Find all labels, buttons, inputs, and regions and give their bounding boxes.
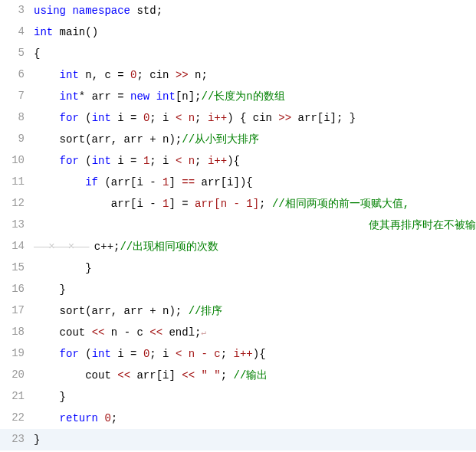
code-line: 17 sort(arr, arr + n); //排序 bbox=[0, 300, 476, 322]
token: //相同两项的前一项赋大值, bbox=[272, 198, 409, 210]
token bbox=[149, 90, 156, 103]
code-content: } bbox=[31, 279, 476, 296]
token: >> bbox=[278, 112, 291, 124]
code-content: ———×———×——— c++;//出现相同项的次数 bbox=[31, 236, 476, 254]
token: 使其再排序时在不被输出的区域 bbox=[34, 219, 476, 231]
token: i++ bbox=[208, 112, 227, 124]
token: < n bbox=[176, 155, 195, 167]
line-number: 6 bbox=[0, 64, 31, 80]
code-line: 22 return 0; bbox=[0, 408, 476, 429]
code-content: cout << n - c << endl;↵ bbox=[31, 322, 476, 339]
token: arr[i]){ bbox=[195, 176, 253, 188]
token: int bbox=[60, 90, 79, 103]
line-number: 22 bbox=[0, 408, 31, 424]
token: [n]; bbox=[176, 90, 202, 103]
token: ] bbox=[169, 176, 182, 188]
fold-marker-icon[interactable]: ———×———×——— bbox=[34, 241, 87, 253]
token: //输出 bbox=[234, 369, 268, 382]
token: >> bbox=[176, 69, 189, 81]
token: cout bbox=[60, 326, 92, 339]
token: //从小到大排序 bbox=[182, 133, 259, 146]
token: ; i bbox=[149, 348, 176, 360]
code-line: 4int main() bbox=[0, 21, 476, 43]
code-line: 7 int* arr = new int[n];//长度为n的数组 bbox=[0, 86, 476, 107]
token: i = bbox=[111, 348, 143, 360]
line-number: 4 bbox=[0, 21, 31, 38]
token: n, c = bbox=[79, 69, 130, 81]
token: { bbox=[34, 47, 40, 60]
token: << bbox=[92, 326, 105, 339]
token: int bbox=[60, 69, 79, 81]
token: c++; bbox=[94, 241, 120, 253]
token: ; bbox=[221, 348, 234, 360]
token: for bbox=[60, 112, 79, 124]
token: i++ bbox=[208, 155, 227, 167]
token: ){ bbox=[227, 155, 240, 167]
code-content: arr[i - 1] = arr[n - 1]; //相同两项的前一项赋大值, bbox=[31, 193, 476, 211]
token: 0 bbox=[104, 412, 110, 424]
token: ; bbox=[195, 155, 208, 167]
token: } bbox=[34, 434, 40, 446]
code-content: sort(arr, arr + n); //排序 bbox=[31, 300, 476, 318]
code-line: 3using namespace std; bbox=[0, 0, 476, 21]
code-content: using namespace std; bbox=[31, 0, 476, 18]
code-line: 10 for (int i = 1; i < n; i++){ bbox=[0, 150, 476, 172]
token: ){ bbox=[253, 348, 266, 360]
line-number: 10 bbox=[0, 150, 31, 166]
code-line: 11 if (arr[i - 1] == arr[i]){ bbox=[0, 172, 476, 193]
token: } bbox=[85, 262, 91, 274]
token: ; i bbox=[149, 155, 176, 167]
code-viewer: 3using namespace std;4int main()5{6 int … bbox=[0, 0, 476, 450]
token: int bbox=[34, 26, 53, 38]
token: cout bbox=[85, 369, 117, 382]
code-line: 20 cout << arr[i] << " "; //输出 bbox=[0, 365, 476, 386]
token: ; i bbox=[149, 112, 176, 124]
token: ; bbox=[259, 198, 272, 210]
token: for bbox=[60, 155, 79, 167]
token: if bbox=[85, 176, 98, 188]
code-line: 12 arr[i - 1] = arr[n - 1]; //相同两项的前一项赋大… bbox=[0, 193, 476, 215]
token: std; bbox=[130, 5, 162, 17]
token: endl; bbox=[162, 326, 201, 339]
token: arr[i]; } bbox=[291, 112, 356, 124]
token: ; bbox=[221, 369, 234, 382]
token: using namespace bbox=[34, 5, 130, 17]
token: n - c bbox=[104, 326, 149, 339]
line-number: 16 bbox=[0, 279, 31, 295]
line-number: 13 bbox=[0, 215, 31, 231]
code-line: 13 使其再排序时在不被输出的区域 bbox=[0, 215, 476, 236]
token: == bbox=[182, 176, 195, 188]
code-content: int main() bbox=[31, 21, 476, 39]
code-content: int n, c = 0; cin >> n; bbox=[31, 64, 476, 82]
line-number: 7 bbox=[0, 86, 31, 102]
token: ) { cin bbox=[227, 112, 278, 124]
line-number: 19 bbox=[0, 343, 31, 359]
token: i = bbox=[111, 155, 143, 167]
token: //出现相同项的次数 bbox=[120, 241, 218, 253]
line-number: 17 bbox=[0, 300, 31, 316]
line-number: 15 bbox=[0, 257, 31, 273]
token: sort(arr, arr + n); bbox=[60, 305, 189, 317]
token: } bbox=[60, 283, 66, 296]
token: i = bbox=[111, 112, 143, 124]
token: arr[i] bbox=[130, 369, 182, 382]
code-content: for (int i = 0; i < n; i++) { cin >> arr… bbox=[31, 107, 476, 125]
token: int bbox=[92, 348, 111, 360]
token: ( bbox=[79, 155, 92, 167]
token: " " bbox=[201, 369, 220, 382]
token: main() bbox=[53, 26, 98, 38]
token: int bbox=[92, 155, 111, 167]
line-number: 3 bbox=[0, 0, 31, 16]
code-content: for (int i = 0; i < n - c; i++){ bbox=[31, 343, 476, 361]
line-number: 9 bbox=[0, 129, 31, 145]
line-number: 12 bbox=[0, 193, 31, 209]
token: arr[i - bbox=[111, 198, 162, 210]
token: int bbox=[156, 90, 176, 103]
code-content: cout << arr[i] << " "; //输出 bbox=[31, 365, 476, 382]
token: //排序 bbox=[189, 305, 223, 317]
line-number: 18 bbox=[0, 322, 31, 338]
code-line: 9 sort(arr, arr + n);//从小到大排序 bbox=[0, 129, 476, 150]
token: new bbox=[130, 90, 149, 103]
code-content: if (arr[i - 1] == arr[i]){ bbox=[31, 172, 476, 189]
token: for bbox=[60, 348, 79, 360]
